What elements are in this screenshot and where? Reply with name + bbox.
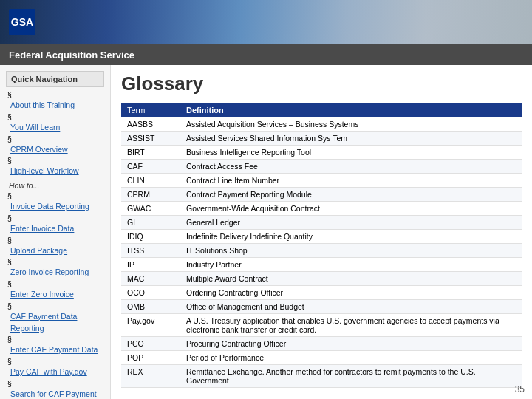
howto-link-4[interactable]: Enter Zero Invoice: [7, 288, 104, 301]
def-cell: A U.S. Treasury application that enables…: [180, 314, 522, 337]
nav-item-3: § High-level Workflow: [6, 156, 104, 178]
nav-links: § About this Training § You Will Learn §…: [6, 90, 104, 178]
howto-link-5[interactable]: CAF Payment Data Reporting: [7, 310, 104, 335]
gsa-logo: GSA: [9, 9, 35, 35]
def-cell: Assisted Services Shared Information Sys…: [180, 132, 522, 146]
howto-link-0[interactable]: Invoice Data Reporting: [7, 200, 104, 214]
table-row: REXRemittance Exchange. Another method f…: [121, 365, 522, 388]
howto-link-1[interactable]: Enter Invoice Data: [7, 222, 104, 236]
quick-nav-title: Quick Navigation: [6, 71, 104, 87]
table-row: AASBSAssisted Acquisition Services – Bus…: [121, 117, 522, 132]
col-header-term: Term: [121, 103, 180, 117]
table-row: Pay.govA U.S. Treasury application that …: [121, 314, 522, 337]
def-cell: Indefinite Delivery Indefinite Quantity: [180, 230, 522, 244]
def-cell: Business Intelligence Reporting Tool: [180, 146, 522, 160]
table-row: PCOProcuring Contracting Officer: [121, 337, 522, 351]
main-container: Quick Navigation § About this Training §…: [0, 65, 532, 399]
bullet-icon: §: [7, 301, 12, 310]
bullet-icon: §: [7, 134, 12, 143]
header-title: Federal Acquisition Service: [9, 50, 134, 61]
term-cell: Pay.gov: [121, 314, 180, 337]
howto-item-5: § CAF Payment Data Reporting: [6, 301, 104, 335]
table-row: CAFContract Access Fee: [121, 160, 522, 174]
nav-link-0[interactable]: About this Training: [7, 99, 104, 112]
term-cell: BIRT: [121, 146, 180, 160]
term-cell: POP: [121, 351, 180, 365]
nav-item-1: § You Will Learn: [6, 112, 104, 134]
howto-item-4: § Enter Zero Invoice: [6, 279, 104, 301]
howto-link-6[interactable]: Enter CAF Payment Data: [7, 344, 104, 357]
def-cell: Contract Payment Reporting Module: [180, 188, 522, 202]
bullet-icon: §: [7, 335, 12, 344]
def-cell: Ordering Contracting Officer: [180, 286, 522, 300]
bullet-icon: §: [7, 156, 12, 165]
table-row: GWACGovernment-Wide Acquisition Contract: [121, 202, 522, 216]
howto-item-0: § Invoice Data Reporting: [6, 191, 104, 214]
content-area: Glossary Term Definition AASBSAssisted A…: [111, 65, 532, 399]
def-cell: Multiple Award Contract: [180, 272, 522, 286]
nav-link-1[interactable]: You Will Learn: [7, 121, 104, 134]
term-cell: CAF: [121, 160, 180, 174]
howto-label: How to...: [6, 178, 104, 191]
def-cell: Contract Line Item Number: [180, 174, 522, 188]
bullet-icon: §: [7, 279, 12, 288]
bullet-icon: §: [7, 257, 12, 266]
bullet-icon: §: [7, 379, 12, 388]
howto-item-7: § Pay CAF with Pay.gov: [6, 357, 104, 379]
def-cell: Government-Wide Acquisition Contract: [180, 202, 522, 216]
howto-link-8[interactable]: Search for CAF Payment Data: [7, 388, 104, 399]
howto-item-3: § Zero Invoice Reporting: [6, 257, 104, 279]
col-header-def: Definition: [180, 103, 522, 117]
term-cell: MAC: [121, 272, 180, 286]
nav-item-0: § About this Training: [6, 90, 104, 112]
howto-item-8: § Search for CAF Payment Data: [6, 379, 104, 399]
nav-link-2[interactable]: CPRM Overview: [7, 143, 104, 157]
table-row: MACMultiple Award Contract: [121, 272, 522, 286]
howto-link-7[interactable]: Pay CAF with Pay.gov: [7, 366, 104, 379]
sidebar: Quick Navigation § About this Training §…: [0, 65, 111, 399]
def-cell: General Ledger: [180, 216, 522, 230]
howto-link-2[interactable]: Upload Package: [7, 245, 104, 258]
table-row: ASSISTAssisted Services Shared Informati…: [121, 132, 522, 146]
term-cell: CLIN: [121, 174, 180, 188]
glossary-table: Term Definition AASBSAssisted Acquisitio…: [121, 103, 522, 388]
bullet-icon: §: [7, 357, 12, 366]
table-row: IPIndustry Partner: [121, 258, 522, 272]
term-cell: CPRM: [121, 188, 180, 202]
term-cell: AASBS: [121, 117, 180, 132]
term-cell: ITSS: [121, 244, 180, 258]
term-cell: OCO: [121, 286, 180, 300]
table-row: GLGeneral Ledger: [121, 216, 522, 230]
def-cell: Assisted Acquisition Services – Business…: [180, 117, 522, 132]
table-row: ITSSIT Solutions Shop: [121, 244, 522, 258]
howto-item-1: § Enter Invoice Data: [6, 214, 104, 236]
bullet-icon: §: [7, 236, 12, 245]
table-row: POPPeriod of Performance: [121, 351, 522, 365]
term-cell: PCO: [121, 337, 180, 351]
nav-link-3[interactable]: High-level Workflow: [7, 165, 104, 178]
def-cell: Procuring Contracting Officer: [180, 337, 522, 351]
bullet-icon: §: [7, 112, 12, 121]
def-cell: Period of Performance: [180, 351, 522, 365]
term-cell: GWAC: [121, 202, 180, 216]
table-row: CLINContract Line Item Number: [121, 174, 522, 188]
howto-link-3[interactable]: Zero Invoice Reporting: [7, 266, 104, 279]
page-title: Glossary: [121, 72, 522, 95]
table-row: CPRMContract Payment Reporting Module: [121, 188, 522, 202]
howto-item-2: § Upload Package: [6, 236, 104, 258]
howto-links: § Invoice Data Reporting § Enter Invoice…: [6, 191, 104, 399]
term-cell: OMB: [121, 300, 180, 314]
table-row: OMBOffice of Management and Budget: [121, 300, 522, 314]
term-cell: GL: [121, 216, 180, 230]
def-cell: Industry Partner: [180, 258, 522, 272]
def-cell: Office of Management and Budget: [180, 300, 522, 314]
term-cell: IDIQ: [121, 230, 180, 244]
bullet-icon: §: [7, 191, 12, 200]
table-row: IDIQIndefinite Delivery Indefinite Quant…: [121, 230, 522, 244]
header-title-bar: Federal Acquisition Service: [0, 44, 532, 65]
page-number: 35: [515, 384, 525, 395]
howto-item-6: § Enter CAF Payment Data: [6, 335, 104, 357]
header: GSA: [0, 0, 532, 44]
def-cell: IT Solutions Shop: [180, 244, 522, 258]
def-cell: Remittance Exchange. Another method for …: [180, 365, 522, 388]
